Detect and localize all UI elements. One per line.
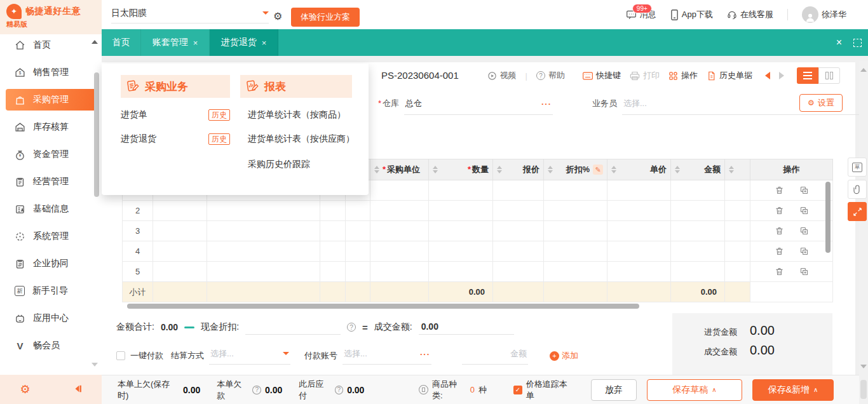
deal-amount-input[interactable]: 0.00 [419, 320, 514, 335]
sort-icon[interactable] [374, 166, 379, 173]
sidebar-item-operations[interactable]: 经营管理 [6, 171, 96, 192]
question-icon[interactable]: ? [252, 386, 261, 394]
history-badge[interactable]: 历史 [208, 133, 230, 145]
horizontal-scroll-thumb[interactable] [127, 304, 639, 309]
sidebar-item-inventory[interactable]: 库存核算 [6, 116, 96, 138]
pay-account-select[interactable]: 选择... ··· [342, 347, 431, 365]
pay-amount-input[interactable]: 金额 [462, 347, 528, 365]
table-scroll-thumb[interactable] [825, 182, 831, 253]
menu-item-stats-by-product[interactable]: 进货单统计表（按商品） [248, 109, 346, 121]
sidebar-item-home[interactable]: 首页 [6, 34, 96, 56]
menu-item-purchase-return[interactable]: 进货退货 历史 [121, 133, 230, 145]
col-extra[interactable] [725, 159, 750, 180]
menu-item-purchase-order[interactable]: 进货单 历史 [121, 109, 230, 121]
delete-row-icon[interactable] [775, 226, 784, 236]
delete-row-icon[interactable] [775, 267, 784, 276]
sidebar-item-base-info[interactable]: 基础信息 [6, 198, 96, 220]
sort-icon[interactable] [611, 166, 616, 173]
col-quantity[interactable]: *数量 [429, 159, 493, 180]
sidebar-scroll-thumb[interactable] [94, 72, 99, 197]
close-all-icon[interactable]: × [836, 37, 842, 48]
sidebar-item-collab[interactable]: 企业协同 [6, 253, 96, 274]
question-icon[interactable]: ? [347, 323, 356, 332]
sidebar-item-member[interactable]: V 畅会员 [6, 335, 96, 356]
history-badge[interactable]: 历史 [208, 109, 230, 121]
copy-row-icon[interactable] [799, 226, 809, 236]
sidebar-item-funds[interactable]: ¥ 资金管理 [6, 144, 96, 165]
history-docs-button[interactable]: 历史单据 [707, 70, 752, 81]
sort-icon[interactable] [433, 166, 438, 173]
page-scrollbar[interactable] [859, 61, 868, 404]
scroll-down-icon[interactable] [860, 365, 867, 372]
app-download-button[interactable]: App下载 [670, 9, 713, 20]
col-purchase-unit[interactable]: *采购单位 [370, 159, 429, 180]
actions-menu-button[interactable]: 操作 [668, 70, 698, 81]
expand-button[interactable] [848, 202, 867, 221]
sidebar-item-system[interactable]: 系统管理 [6, 226, 96, 247]
next-doc-icon[interactable] [779, 72, 788, 79]
draft-button[interactable]: 草 [848, 158, 867, 177]
oneclick-pay-checkbox[interactable] [116, 351, 125, 360]
menu-item-price-history[interactable]: 采购历史价跟踪 [248, 159, 310, 170]
sidebar-item-guide[interactable]: 新 新手引导 [6, 280, 96, 302]
collapse-sidebar-icon[interactable] [71, 384, 82, 396]
col-quote[interactable]: 报价 [493, 159, 544, 180]
settings-button[interactable]: ⚙ 设置 [799, 94, 843, 112]
delete-row-icon[interactable] [775, 185, 784, 195]
warehouse-input[interactable]: 总仓 ··· [404, 97, 553, 115]
tab-account-mgmt[interactable]: 账套管理 × [141, 29, 210, 56]
picker-ellipsis-icon[interactable]: ··· [541, 99, 552, 109]
trial-plan-button[interactable]: 体验行业方案 [291, 8, 360, 27]
attachment-button[interactable] [848, 180, 867, 199]
sidebar-item-app-center[interactable]: 应用中心 [6, 307, 96, 329]
video-link[interactable]: 视频 [487, 70, 517, 81]
settings-gear-icon[interactable]: ⚙ [273, 11, 282, 22]
sort-icon[interactable] [497, 166, 502, 173]
delete-row-icon[interactable] [775, 206, 784, 215]
col-unit-price[interactable]: 单价 [607, 159, 671, 180]
help-link[interactable]: ? 帮助 [536, 70, 565, 81]
sidebar-settings-gear-icon[interactable]: ⚙ [20, 382, 30, 396]
list-view-button[interactable] [797, 67, 818, 84]
fullscreen-icon[interactable] [853, 39, 862, 47]
close-tab-icon[interactable]: × [262, 38, 267, 48]
copy-row-icon[interactable] [799, 206, 809, 215]
sort-icon[interactable] [548, 166, 553, 173]
cash-discount-input[interactable] [245, 320, 341, 335]
card-view-button[interactable] [818, 67, 840, 84]
col-discount[interactable]: 折扣%✎ [544, 159, 607, 180]
col-amount[interactable]: 金额 [671, 159, 725, 180]
picker-ellipsis-icon[interactable]: ··· [420, 349, 430, 359]
settle-method-select[interactable]: 选择... [209, 347, 290, 365]
add-payment-button[interactable]: + 添加 [550, 350, 578, 361]
question-icon[interactable]: ? [335, 386, 344, 394]
print-button[interactable]: 打印 [630, 70, 660, 81]
user-menu[interactable]: 徐泽华 [802, 6, 846, 23]
copy-row-icon[interactable] [799, 267, 809, 276]
svg-text:$: $ [19, 71, 22, 75]
save-and-new-button[interactable]: 保存&新增∧ [752, 379, 834, 401]
copy-row-icon[interactable] [799, 246, 809, 256]
sort-icon[interactable] [675, 166, 680, 173]
tab-purchase-return[interactable]: 进货退货 × [210, 29, 278, 56]
scroll-thumb[interactable] [860, 380, 867, 399]
messages-button[interactable]: 消息 99+ [626, 9, 656, 20]
scroll-up-icon[interactable] [860, 65, 867, 72]
abandon-button[interactable]: 放弃 [591, 379, 637, 401]
price-track-checkbox[interactable]: ✓ [513, 386, 522, 394]
menu-item-stats-by-supplier[interactable]: 进货单统计表（按供应商） [248, 133, 355, 145]
hotkeys-button[interactable]: 快捷键 [583, 70, 621, 81]
sidebar-item-purchase[interactable]: 采购管理 [6, 89, 96, 111]
summary-panel: 进货金额 0.00 成交金额 0.00 [672, 313, 832, 375]
save-draft-button[interactable]: 保存草稿∧ [647, 379, 742, 401]
copy-row-icon[interactable] [799, 185, 809, 195]
tab-home[interactable]: 首页 [102, 29, 141, 56]
account-select[interactable]: 日太阳膜 [111, 8, 269, 24]
prev-doc-icon[interactable] [761, 72, 770, 79]
sidebar-item-sales[interactable]: $ 销售管理 [6, 62, 96, 83]
close-tab-icon[interactable]: × [193, 38, 198, 48]
sort-icon[interactable] [729, 166, 734, 173]
delete-row-icon[interactable] [775, 246, 784, 256]
online-service-button[interactable]: 在线客服 [727, 9, 773, 20]
edit-pencil-icon[interactable]: ✎ [593, 165, 603, 175]
